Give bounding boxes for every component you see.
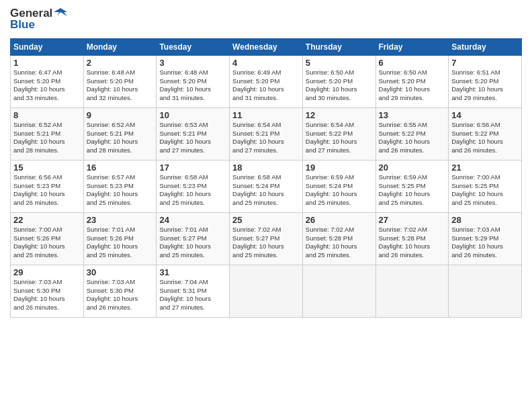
calendar-day-12: 12Sunrise: 6:54 AMSunset: 5:22 PMDayligh… <box>302 107 375 160</box>
calendar-week-5: 29Sunrise: 7:03 AMSunset: 5:30 PMDayligh… <box>11 265 522 317</box>
calendar-day-27: 27Sunrise: 7:02 AMSunset: 5:28 PMDayligh… <box>375 212 449 265</box>
calendar-day-8: 8Sunrise: 6:52 AMSunset: 5:21 PMDaylight… <box>11 107 84 160</box>
day-info: Sunrise: 6:54 AMSunset: 5:22 PMDaylight:… <box>306 121 357 154</box>
day-number: 9 <box>87 110 154 120</box>
calendar-day-22: 22Sunrise: 7:00 AMSunset: 5:26 PMDayligh… <box>11 212 84 265</box>
day-info: Sunrise: 6:47 AMSunset: 5:20 PMDaylight:… <box>13 68 65 101</box>
day-info: Sunrise: 6:59 AMSunset: 5:25 PMDaylight:… <box>379 173 431 206</box>
day-number: 14 <box>451 110 519 120</box>
calendar-day-29: 29Sunrise: 7:03 AMSunset: 5:30 PMDayligh… <box>11 265 84 317</box>
calendar-day-20: 20Sunrise: 6:59 AMSunset: 5:25 PMDayligh… <box>375 160 449 212</box>
day-number: 4 <box>232 58 300 68</box>
day-header-tuesday: Tuesday <box>157 38 230 55</box>
calendar-day-23: 23Sunrise: 7:01 AMSunset: 5:26 PMDayligh… <box>83 212 157 265</box>
day-info: Sunrise: 6:52 AMSunset: 5:21 PMDaylight:… <box>87 121 138 154</box>
svg-marker-0 <box>54 8 67 16</box>
day-info: Sunrise: 6:55 AMSunset: 5:22 PMDaylight:… <box>379 121 431 154</box>
day-number: 24 <box>159 215 226 225</box>
calendar-day-30: 30Sunrise: 7:03 AMSunset: 5:30 PMDayligh… <box>83 265 157 317</box>
calendar-day-1: 1Sunrise: 6:47 AMSunset: 5:20 PMDaylight… <box>11 55 84 107</box>
calendar-day-7: 7Sunrise: 6:51 AMSunset: 5:20 PMDaylight… <box>449 55 522 107</box>
calendar-day-16: 16Sunrise: 6:57 AMSunset: 5:23 PMDayligh… <box>83 160 157 212</box>
day-number: 23 <box>87 215 154 225</box>
calendar-day-18: 18Sunrise: 6:58 AMSunset: 5:24 PMDayligh… <box>230 160 303 212</box>
calendar-day-empty <box>375 265 449 317</box>
day-info: Sunrise: 7:02 AMSunset: 5:28 PMDaylight:… <box>306 226 357 259</box>
day-number: 10 <box>159 110 226 120</box>
day-number: 16 <box>87 163 154 173</box>
calendar-day-26: 26Sunrise: 7:02 AMSunset: 5:28 PMDayligh… <box>302 212 375 265</box>
calendar-day-6: 6Sunrise: 6:50 AMSunset: 5:20 PMDaylight… <box>375 55 449 107</box>
day-number: 17 <box>159 163 226 173</box>
day-number: 7 <box>451 58 519 68</box>
calendar-day-empty <box>449 265 522 317</box>
day-info: Sunrise: 6:48 AMSunset: 5:20 PMDaylight:… <box>159 68 211 101</box>
day-number: 15 <box>13 163 81 173</box>
day-number: 25 <box>232 215 300 225</box>
calendar-day-9: 9Sunrise: 6:52 AMSunset: 5:21 PMDaylight… <box>83 107 157 160</box>
day-info: Sunrise: 6:57 AMSunset: 5:23 PMDaylight:… <box>87 173 138 206</box>
day-number: 18 <box>232 163 300 173</box>
day-info: Sunrise: 7:03 AMSunset: 5:30 PMDaylight:… <box>87 278 138 311</box>
day-info: Sunrise: 6:58 AMSunset: 5:23 PMDaylight:… <box>159 173 211 206</box>
calendar-table: SundayMondayTuesdayWednesdayThursdayFrid… <box>10 38 522 318</box>
day-info: Sunrise: 6:50 AMSunset: 5:20 PMDaylight:… <box>306 68 357 101</box>
calendar-week-1: 1Sunrise: 6:47 AMSunset: 5:20 PMDaylight… <box>11 55 522 107</box>
calendar-day-10: 10Sunrise: 6:53 AMSunset: 5:21 PMDayligh… <box>157 107 230 160</box>
day-info: Sunrise: 7:03 AMSunset: 5:30 PMDaylight:… <box>13 278 65 311</box>
calendar-day-empty <box>230 265 303 317</box>
calendar-day-5: 5Sunrise: 6:50 AMSunset: 5:20 PMDaylight… <box>302 55 375 107</box>
calendar-day-31: 31Sunrise: 7:04 AMSunset: 5:31 PMDayligh… <box>157 265 230 317</box>
calendar-day-28: 28Sunrise: 7:03 AMSunset: 5:29 PMDayligh… <box>449 212 522 265</box>
day-info: Sunrise: 6:50 AMSunset: 5:20 PMDaylight:… <box>379 68 431 101</box>
calendar-day-empty <box>302 265 375 317</box>
calendar-week-3: 15Sunrise: 6:56 AMSunset: 5:23 PMDayligh… <box>11 160 522 212</box>
calendar-week-4: 22Sunrise: 7:00 AMSunset: 5:26 PMDayligh… <box>11 212 522 265</box>
day-header-wednesday: Wednesday <box>230 38 303 55</box>
day-info: Sunrise: 7:01 AMSunset: 5:26 PMDaylight:… <box>87 226 138 259</box>
day-info: Sunrise: 7:00 AMSunset: 5:25 PMDaylight:… <box>451 173 503 206</box>
calendar-day-15: 15Sunrise: 6:56 AMSunset: 5:23 PMDayligh… <box>11 160 84 212</box>
day-number: 8 <box>13 110 81 120</box>
day-info: Sunrise: 7:03 AMSunset: 5:29 PMDaylight:… <box>451 226 503 259</box>
day-header-monday: Monday <box>83 38 157 55</box>
main-container: General Blue SundayMondayTuesdayWednesda… <box>0 0 532 324</box>
calendar-day-21: 21Sunrise: 7:00 AMSunset: 5:25 PMDayligh… <box>449 160 522 212</box>
calendar-day-17: 17Sunrise: 6:58 AMSunset: 5:23 PMDayligh… <box>157 160 230 212</box>
header: General Blue <box>10 7 522 32</box>
day-number: 28 <box>451 215 519 225</box>
day-info: Sunrise: 6:59 AMSunset: 5:24 PMDaylight:… <box>306 173 357 206</box>
day-info: Sunrise: 6:53 AMSunset: 5:21 PMDaylight:… <box>159 121 211 154</box>
day-header-friday: Friday <box>375 38 449 55</box>
day-header-saturday: Saturday <box>449 38 522 55</box>
day-info: Sunrise: 6:54 AMSunset: 5:21 PMDaylight:… <box>232 121 284 154</box>
calendar-day-3: 3Sunrise: 6:48 AMSunset: 5:20 PMDaylight… <box>157 55 230 107</box>
day-number: 11 <box>232 110 300 120</box>
day-number: 27 <box>379 215 446 225</box>
calendar-day-2: 2Sunrise: 6:48 AMSunset: 5:20 PMDaylight… <box>83 55 157 107</box>
calendar-day-14: 14Sunrise: 6:56 AMSunset: 5:22 PMDayligh… <box>449 107 522 160</box>
day-number: 3 <box>159 58 226 68</box>
day-info: Sunrise: 6:52 AMSunset: 5:21 PMDaylight:… <box>13 121 65 154</box>
day-number: 31 <box>159 267 226 277</box>
day-number: 21 <box>451 163 519 173</box>
day-info: Sunrise: 6:56 AMSunset: 5:23 PMDaylight:… <box>13 173 65 206</box>
calendar-day-13: 13Sunrise: 6:55 AMSunset: 5:22 PMDayligh… <box>375 107 449 160</box>
logo-svg: General Blue <box>10 7 67 32</box>
day-number: 29 <box>13 267 81 277</box>
header-row: SundayMondayTuesdayWednesdayThursdayFrid… <box>11 38 522 55</box>
day-info: Sunrise: 6:49 AMSunset: 5:20 PMDaylight:… <box>232 68 284 101</box>
logo-bird-icon <box>54 7 67 20</box>
day-header-sunday: Sunday <box>11 38 84 55</box>
calendar-day-11: 11Sunrise: 6:54 AMSunset: 5:21 PMDayligh… <box>230 107 303 160</box>
calendar-day-19: 19Sunrise: 6:59 AMSunset: 5:24 PMDayligh… <box>302 160 375 212</box>
calendar-day-24: 24Sunrise: 7:01 AMSunset: 5:27 PMDayligh… <box>157 212 230 265</box>
logo-text-blue: Blue <box>10 19 35 32</box>
day-info: Sunrise: 7:02 AMSunset: 5:27 PMDaylight:… <box>232 226 284 259</box>
day-number: 30 <box>87 267 154 277</box>
day-number: 19 <box>306 163 373 173</box>
day-info: Sunrise: 7:02 AMSunset: 5:28 PMDaylight:… <box>379 226 431 259</box>
day-info: Sunrise: 7:01 AMSunset: 5:27 PMDaylight:… <box>159 226 211 259</box>
day-info: Sunrise: 7:04 AMSunset: 5:31 PMDaylight:… <box>159 278 211 311</box>
day-info: Sunrise: 6:51 AMSunset: 5:20 PMDaylight:… <box>451 68 503 101</box>
